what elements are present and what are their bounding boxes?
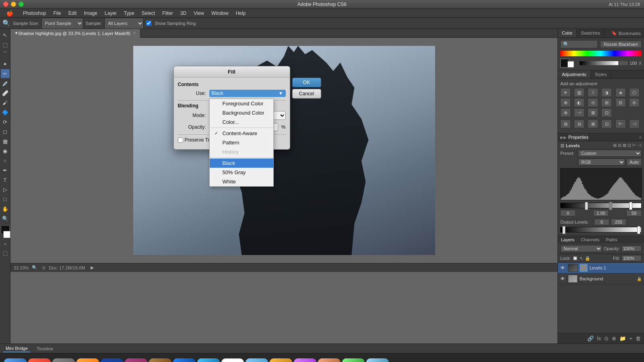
use-dropdown-trigger[interactable]: Black ▼ bbox=[209, 90, 286, 97]
levels-tool-5[interactable]: ⊢ bbox=[632, 143, 636, 148]
levels-btn[interactable]: ▥ bbox=[574, 88, 584, 97]
dropdown-item-foreground[interactable]: Foreground Color bbox=[210, 99, 273, 108]
dock-firefox[interactable]: 🦊 bbox=[76, 358, 99, 362]
cancel-button[interactable]: Cancel bbox=[292, 89, 321, 99]
sample-size-select[interactable]: Point Sample 3 by 3 Average 5 by 5 Avera… bbox=[41, 18, 83, 29]
expand-icon[interactable]: ▶▶ bbox=[560, 135, 567, 140]
highlight-slider-handle[interactable] bbox=[629, 202, 632, 210]
output-highlight-value[interactable]: 255 bbox=[611, 219, 626, 225]
dropdown-item-black[interactable]: Black bbox=[210, 158, 273, 168]
apple-menu[interactable]: 🍎 bbox=[3, 9, 17, 17]
bookmarks-label[interactable]: Bookmarks bbox=[619, 31, 641, 36]
use-dropdown-container[interactable]: Black ▼ Foreground Color bbox=[209, 90, 286, 97]
dropdown-item-50gray[interactable]: 50% Gray bbox=[210, 168, 273, 177]
posterize-btn[interactable]: ⊗ bbox=[560, 108, 571, 117]
stamp-tool[interactable]: 🔷 bbox=[1, 108, 10, 117]
dock-calendar[interactable]: 29 bbox=[221, 358, 244, 362]
adj-btn-extra1[interactable]: ⊞ bbox=[560, 119, 571, 128]
threshold-btn[interactable]: ⊣ bbox=[574, 108, 584, 117]
menu-select[interactable]: Select bbox=[138, 10, 158, 17]
history-brush-tool[interactable]: ⟳ bbox=[1, 117, 10, 126]
layer-visibility-icon-bg[interactable]: 👁 bbox=[560, 276, 566, 282]
screen-mode-tool[interactable]: ⬚ bbox=[1, 249, 10, 257]
path-select-tool[interactable]: ▷ bbox=[1, 185, 10, 194]
dropdown-item-background[interactable]: Background Color bbox=[210, 108, 273, 117]
lasso-tool[interactable]: ⌒ bbox=[1, 50, 10, 59]
menu-layer[interactable]: Layer bbox=[101, 10, 120, 17]
close-button[interactable] bbox=[3, 2, 8, 7]
color-slider-bar[interactable] bbox=[580, 61, 628, 65]
tab-close-icon[interactable]: ✕ bbox=[133, 31, 136, 35]
levels-tool-4[interactable]: ⊡ bbox=[627, 143, 631, 148]
lock-all-icon[interactable]: 🔒 bbox=[585, 256, 590, 261]
black-white-btn[interactable]: ◐ bbox=[574, 98, 584, 107]
input-levels-slider[interactable] bbox=[560, 203, 642, 208]
lock-move-icon[interactable]: ↖ bbox=[580, 256, 583, 261]
gradient-tool[interactable]: ▦ bbox=[1, 137, 10, 146]
properties-tab[interactable]: Properties bbox=[568, 134, 589, 141]
gradient-map-btn[interactable]: ⊠ bbox=[588, 108, 598, 117]
layer-row-levels1[interactable]: 👁 Levels 1 bbox=[558, 263, 644, 274]
adj-btn-extra6[interactable]: ⊣ bbox=[629, 119, 640, 128]
channel-select[interactable]: RGB Red Green Blue bbox=[578, 158, 625, 166]
show-sampling-ring-checkbox[interactable] bbox=[146, 21, 151, 26]
shape-tool[interactable]: □ bbox=[1, 195, 10, 204]
dock-word[interactable]: W bbox=[173, 358, 196, 362]
levels-tool-1[interactable]: ⊞ bbox=[613, 143, 617, 148]
fill-input[interactable] bbox=[621, 255, 642, 261]
blend-mode-select[interactable]: Normal Dissolve Multiply bbox=[560, 245, 602, 252]
color-gradient-bar[interactable] bbox=[560, 51, 642, 56]
new-layer-btn[interactable]: + bbox=[628, 335, 633, 342]
adjustments-tab[interactable]: Adjustments bbox=[558, 70, 591, 78]
zoom-tool[interactable]: 🔍 bbox=[1, 214, 10, 223]
opacity-input-layers[interactable] bbox=[621, 245, 642, 252]
crop-tool[interactable]: ✂ bbox=[1, 69, 10, 78]
dock-illustrator[interactable]: Ai bbox=[149, 358, 171, 362]
dock-app2[interactable]: 📱 bbox=[342, 358, 365, 362]
output-shadow-handle[interactable] bbox=[562, 226, 566, 234]
styles-tab[interactable]: Styles bbox=[591, 70, 611, 78]
input-highlight-value[interactable]: 59 bbox=[626, 210, 642, 216]
dock-photoshop[interactable]: Ps bbox=[101, 358, 123, 362]
brightness-contrast-btn[interactable]: ☀ bbox=[560, 88, 571, 97]
add-style-btn[interactable]: fx bbox=[596, 335, 602, 342]
adj-btn-extra4[interactable]: ⊡ bbox=[601, 119, 612, 128]
quick-select-tool[interactable]: ✦ bbox=[1, 60, 10, 68]
levels-tool-2[interactable]: ⊟ bbox=[618, 143, 621, 148]
dock-itunes[interactable]: 🎵 bbox=[294, 358, 316, 362]
color-balance-btn[interactable]: ⊕ bbox=[560, 98, 571, 107]
marquee-tool[interactable]: ⬚ bbox=[1, 40, 10, 49]
new-adj-btn[interactable]: ⊕ bbox=[611, 335, 617, 342]
background-color-swatch[interactable] bbox=[3, 231, 10, 238]
adj-btn-extra3[interactable]: ⊠ bbox=[588, 119, 598, 128]
preserve-transparency-checkbox[interactable] bbox=[178, 138, 183, 143]
blur-tool[interactable]: ◉ bbox=[1, 146, 10, 155]
dock-mail[interactable]: ✉ bbox=[197, 358, 220, 362]
eyedropper-tool-icon[interactable]: 🔍 bbox=[2, 19, 10, 27]
menu-view[interactable]: View bbox=[190, 10, 207, 17]
spot-heal-tool[interactable]: 🩹 bbox=[1, 88, 10, 97]
exposure-btn[interactable]: ◑ bbox=[601, 88, 612, 97]
input-midtone-value[interactable]: 1.00 bbox=[593, 210, 609, 216]
photo-filter-btn[interactable]: ⊙ bbox=[588, 98, 598, 107]
quick-mask-tool[interactable]: ⬦ bbox=[1, 239, 10, 248]
menu-window[interactable]: Window bbox=[208, 10, 232, 17]
dropdown-item-color[interactable]: Color... bbox=[210, 117, 273, 127]
menu-photoshop[interactable]: Photoshop bbox=[20, 10, 49, 17]
menu-type[interactable]: Type bbox=[121, 10, 138, 17]
menu-3d[interactable]: 3D bbox=[177, 10, 190, 17]
levels-tool-3[interactable]: ⊠ bbox=[623, 143, 626, 148]
dock-app-star[interactable]: ⭐ bbox=[270, 358, 292, 362]
output-levels-slider[interactable] bbox=[560, 227, 642, 232]
output-highlight-handle[interactable] bbox=[637, 226, 640, 234]
new-group-btn[interactable]: 📁 bbox=[619, 335, 627, 342]
auto-button[interactable]: Auto bbox=[627, 158, 642, 166]
timeline-tab[interactable]: Timeline bbox=[34, 346, 56, 352]
midtone-slider-handle[interactable] bbox=[609, 202, 612, 210]
menu-filter[interactable]: Filter bbox=[159, 10, 176, 17]
adj-btn-extra2[interactable]: ⊟ bbox=[574, 119, 584, 128]
menu-edit[interactable]: Edit bbox=[65, 10, 80, 17]
color-lookup-btn[interactable]: ⊟ bbox=[615, 98, 626, 107]
menu-image[interactable]: Image bbox=[80, 10, 100, 17]
hand-tool[interactable]: ✋ bbox=[1, 204, 10, 213]
